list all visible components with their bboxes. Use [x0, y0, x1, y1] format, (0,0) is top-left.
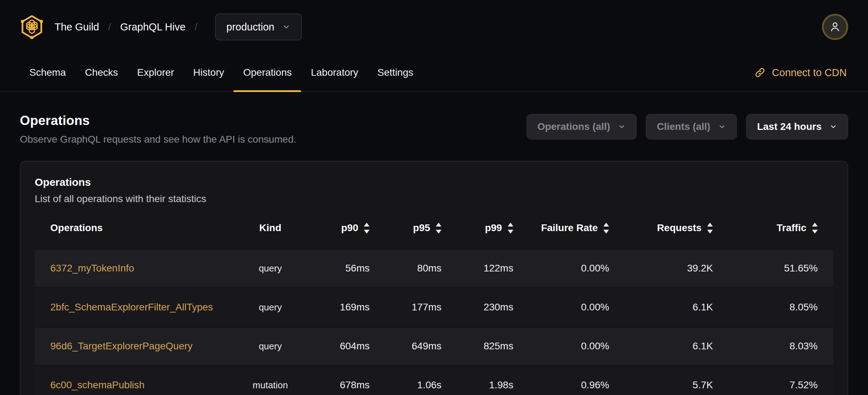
column-header-failure_rate[interactable]: Failure Rate [522, 210, 618, 248]
sort-arrows-icon[interactable] [707, 223, 713, 234]
tab-explorer[interactable]: Explorer [128, 54, 184, 91]
operations-filter-dropdown[interactable]: Operations (all) [526, 114, 637, 139]
column-label: Kind [259, 222, 281, 234]
chevron-down-icon [718, 123, 726, 131]
cell-p99: 230ms [450, 289, 522, 326]
tab-operations[interactable]: Operations [233, 54, 301, 91]
target-selector-label: production [226, 21, 274, 33]
cell-p95: 80ms [378, 250, 450, 287]
chevron-down-icon [829, 123, 837, 131]
cell-p90: 604ms [306, 328, 378, 365]
cell-p99: 122ms [450, 250, 522, 287]
connect-to-cdn-label: Connect to CDN [772, 67, 847, 79]
cell-traffic: 7.52% [721, 367, 833, 395]
column-header-name: Operations [35, 210, 235, 248]
sort-arrows-icon[interactable] [603, 223, 609, 234]
tab-schema[interactable]: Schema [20, 54, 75, 91]
cell-kind: query [235, 289, 306, 326]
target-selector-button[interactable]: production [215, 13, 302, 40]
table-row: 2bfc_SchemaExplorerFilter_AllTypesquery1… [35, 289, 833, 326]
cell-name: 2bfc_SchemaExplorerFilter_AllTypes [35, 289, 235, 326]
column-header-kind: Kind [235, 210, 306, 248]
operations-panel: Operations List of all operations with t… [20, 161, 848, 395]
table-row: 6c00_schemaPublishmutation678ms1.06s1.98… [35, 367, 833, 395]
tab-checks[interactable]: Checks [75, 54, 128, 91]
column-label: Operations [50, 222, 103, 234]
panel-title: Operations [35, 176, 833, 188]
filter-controls: Operations (all) Clients (all) Last 24 h… [526, 114, 848, 139]
cell-requests: 6.1K [618, 328, 721, 365]
clients-filter-dropdown[interactable]: Clients (all) [646, 114, 737, 139]
column-label: Failure Rate [541, 222, 598, 234]
operations-filter-label: Operations (all) [537, 121, 610, 132]
clients-filter-label: Clients (all) [657, 121, 710, 132]
operation-link[interactable]: 2bfc_SchemaExplorerFilter_AllTypes [50, 302, 213, 313]
tab-label: History [193, 67, 224, 78]
breadcrumb-org[interactable]: The Guild [55, 21, 99, 33]
breadcrumb-project[interactable]: GraphQL Hive [120, 21, 185, 33]
cell-p99: 825ms [450, 328, 522, 365]
sort-arrows-icon[interactable] [436, 223, 441, 234]
cell-failure_rate: 0.00% [522, 289, 618, 326]
cell-kind: query [235, 250, 306, 287]
cell-p90: 169ms [306, 289, 378, 326]
sort-arrows-icon[interactable] [508, 223, 513, 234]
column-header-traffic[interactable]: Traffic [721, 210, 833, 248]
cell-name: 6c00_schemaPublish [35, 367, 235, 395]
column-label: p95 [413, 222, 430, 234]
cell-failure_rate: 0.00% [522, 250, 618, 287]
tab-settings[interactable]: Settings [368, 54, 423, 91]
breadcrumb: The Guild / GraphQL Hive / production [55, 13, 302, 40]
table-row: 6372_myTokenInfoquery56ms80ms122ms0.00%3… [35, 250, 833, 287]
cell-requests: 6.1K [618, 289, 721, 326]
operations-table: OperationsKindp90p95p99Failure RateReque… [35, 207, 833, 395]
cell-traffic: 8.03% [721, 328, 833, 365]
cell-p95: 649ms [378, 328, 450, 365]
column-label: p99 [485, 222, 502, 234]
tab-label: Explorer [137, 67, 174, 78]
column-header-p95[interactable]: p95 [378, 210, 450, 248]
tab-label: Operations [243, 67, 292, 78]
link-icon [754, 67, 766, 78]
hive-honeycomb-logo-icon [20, 15, 44, 39]
page-header: Operations Observe GraphQL requests and … [0, 92, 868, 145]
tab-laboratory[interactable]: Laboratory [301, 54, 368, 91]
column-header-p99[interactable]: p99 [450, 210, 522, 248]
cell-kind: mutation [235, 367, 306, 395]
cell-p99: 1.98s [450, 367, 522, 395]
column-label: p90 [341, 222, 358, 234]
table-row: 96d6_TargetExplorerPageQueryquery604ms64… [35, 328, 833, 365]
cell-name: 6372_myTokenInfo [35, 250, 235, 287]
breadcrumb-separator: / [108, 22, 111, 33]
column-header-p90[interactable]: p90 [306, 210, 378, 248]
cell-p95: 1.06s [378, 367, 450, 395]
sort-arrows-icon[interactable] [364, 223, 370, 234]
cell-requests: 39.2K [618, 250, 721, 287]
breadcrumb-separator: / [195, 22, 198, 33]
operation-link[interactable]: 6c00_schemaPublish [50, 379, 145, 390]
operation-link[interactable]: 96d6_TargetExplorerPageQuery [50, 340, 193, 351]
cell-name: 96d6_TargetExplorerPageQuery [35, 328, 235, 365]
cell-kind: query [235, 328, 306, 365]
cell-p90: 678ms [306, 367, 378, 395]
cell-traffic: 8.05% [721, 289, 833, 326]
section-tabs: SchemaChecksExplorerHistoryOperationsLab… [20, 54, 423, 91]
chevron-down-icon [618, 123, 626, 131]
column-header-requests[interactable]: Requests [618, 210, 721, 248]
chevron-down-icon [282, 23, 291, 31]
tab-label: Checks [85, 67, 118, 78]
period-filter-dropdown[interactable]: Last 24 hours [746, 114, 848, 139]
user-avatar-button[interactable] [822, 14, 848, 40]
tab-label: Laboratory [311, 67, 358, 78]
connect-to-cdn-button[interactable]: Connect to CDN [754, 54, 851, 91]
column-label: Traffic [777, 222, 806, 234]
page-title: Operations [20, 113, 296, 128]
user-icon [828, 20, 842, 34]
operation-link[interactable]: 6372_myTokenInfo [50, 263, 134, 274]
sort-arrows-icon[interactable] [812, 223, 818, 234]
tab-label: Schema [29, 67, 66, 78]
cell-p90: 56ms [306, 250, 378, 287]
top-bar: The Guild / GraphQL Hive / production [0, 0, 868, 54]
period-filter-label: Last 24 hours [757, 121, 822, 132]
tab-history[interactable]: History [184, 54, 233, 91]
